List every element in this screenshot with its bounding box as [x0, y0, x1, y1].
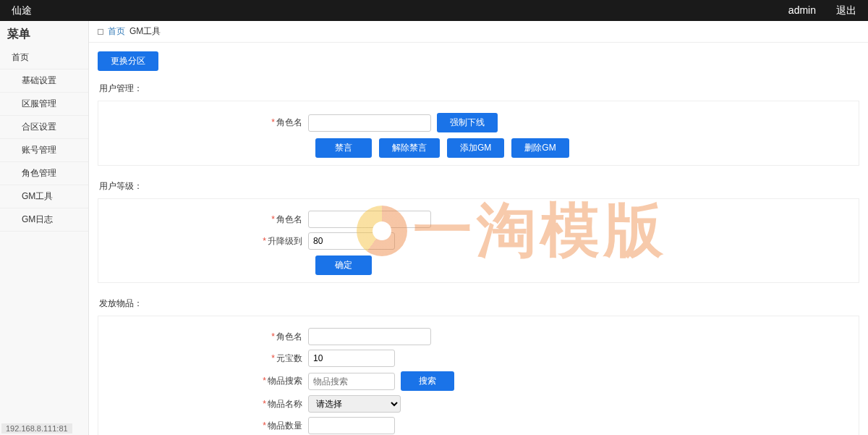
item-search-button[interactable]: 搜索	[401, 371, 454, 391]
user-menu[interactable]: admin	[788, 4, 816, 17]
item-search-input[interactable]	[308, 373, 395, 390]
topbar: 仙途 admin 退出	[0, 0, 868, 21]
role-label: 角色名	[276, 117, 302, 127]
sidebar-item-account-mgmt[interactable]: 账号管理	[0, 139, 88, 162]
switch-zone-button[interactable]: 更换分区	[98, 51, 158, 71]
yuanbao-input[interactable]	[308, 350, 395, 367]
role-input[interactable]	[308, 114, 431, 132]
item-name-select[interactable]: 请选择	[308, 395, 401, 413]
sidebar-title: 菜单	[0, 21, 88, 46]
panel-title: 用户等级：	[98, 176, 859, 199]
breadcrumb-icon	[98, 29, 103, 35]
add-gm-button[interactable]: 添加GM	[447, 138, 504, 158]
sidebar-item-zone-mgmt[interactable]: 区服管理	[0, 93, 88, 116]
role-label: 角色名	[276, 214, 302, 224]
panel-give-item: 发放物品： *角色名 *元宝数 *物品搜索 搜索	[98, 293, 859, 435]
panel-user-mgmt: 用户管理： *角色名 强制下线 禁言 解除禁言 添加GM 删除GM	[98, 78, 859, 166]
status-bar: 192.168.8.111:81	[1, 423, 72, 434]
item-name-label: 物品名称	[268, 399, 302, 409]
item-qty-input[interactable]	[308, 417, 395, 434]
sidebar-item-gm-tools[interactable]: GM工具	[0, 185, 88, 208]
give-role-input[interactable]	[308, 328, 431, 345]
sidebar-item-gm-logs[interactable]: GM日志	[0, 208, 88, 232]
level-confirm-button[interactable]: 确定	[315, 255, 372, 275]
panel-title: 用户管理：	[98, 78, 859, 101]
level-label: 升降级到	[268, 236, 302, 246]
unmute-button[interactable]: 解除禁言	[379, 138, 440, 158]
delete-gm-button[interactable]: 删除GM	[511, 138, 569, 158]
level-input[interactable]	[308, 232, 395, 250]
breadcrumb-home[interactable]: 首页	[108, 25, 125, 38]
sidebar-item-basic-settings[interactable]: 基础设置	[0, 69, 88, 93]
sidebar-item-merge-settings[interactable]: 合区设置	[0, 116, 88, 139]
yuanbao-label: 元宝数	[276, 353, 302, 363]
level-role-input[interactable]	[308, 211, 431, 228]
breadcrumb-current: GM工具	[129, 25, 161, 38]
panel-user-level: 用户等级： *角色名 *升降级到 确定	[98, 176, 859, 283]
breadcrumb: 首页 GM工具	[89, 21, 868, 43]
app-brand: 仙途	[12, 4, 32, 17]
content-area: 首页 GM工具 更换分区 用户管理： *角色名 强制下线 禁言 解除禁言	[89, 21, 868, 435]
mute-button[interactable]: 禁言	[315, 138, 372, 158]
item-search-label: 物品搜索	[268, 376, 302, 386]
item-qty-label: 物品数量	[268, 421, 302, 431]
logout-button[interactable]: 退出	[836, 4, 856, 17]
panel-title: 发放物品：	[98, 293, 859, 316]
role-label: 角色名	[276, 331, 302, 342]
sidebar: 菜单 首页 基础设置 区服管理 合区设置 账号管理 角色管理 GM工具 GM日志	[0, 21, 89, 435]
sidebar-item-home[interactable]: 首页	[0, 46, 88, 69]
sidebar-item-role-mgmt[interactable]: 角色管理	[0, 162, 88, 185]
force-offline-button[interactable]: 强制下线	[437, 113, 498, 132]
